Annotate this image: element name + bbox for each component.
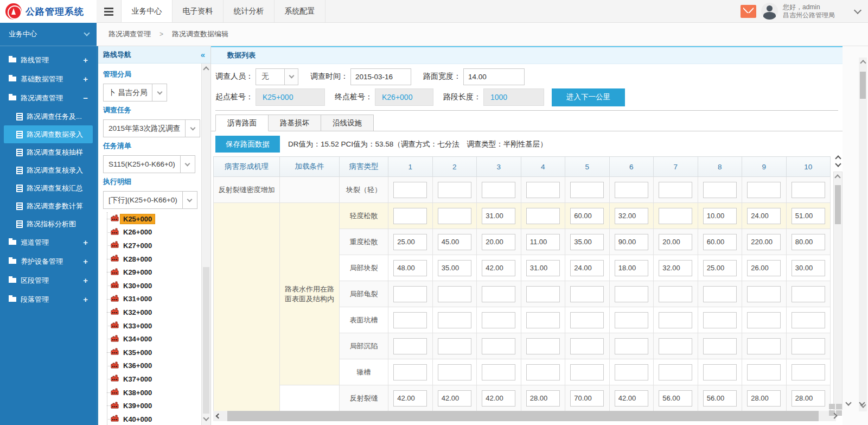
- save-surface-data-button[interactable]: 保存路面数据: [215, 136, 280, 153]
- damage-value-input[interactable]: [570, 182, 604, 198]
- select-管理分局[interactable]: 卜 昌吉分局: [103, 84, 167, 102]
- station-item-K39+000[interactable]: K39+000: [103, 399, 201, 413]
- damage-value-input[interactable]: [393, 338, 427, 354]
- expand-plus-icon[interactable]: +: [83, 238, 88, 247]
- damage-value-input[interactable]: [659, 364, 692, 380]
- station-item-K40+000[interactable]: K40+000: [103, 413, 201, 425]
- topnav-item-系统配置[interactable]: 系统配置: [275, 0, 326, 22]
- damage-value-input[interactable]: [438, 364, 471, 380]
- sidebar-item-路况调查任务及...[interactable]: 路况调查任务及...: [4, 107, 93, 125]
- damage-value-input[interactable]: [482, 208, 515, 224]
- sidebar-group-路况调查管理[interactable]: 路况调查管理−: [0, 88, 97, 107]
- damage-value-input[interactable]: [482, 390, 515, 407]
- page-scrollbar[interactable]: [859, 58, 867, 411]
- damage-value-input[interactable]: [792, 234, 825, 250]
- menu-toggle-icon[interactable]: [97, 0, 122, 23]
- chevron-down-icon[interactable]: [182, 192, 197, 208]
- scroll-up-icon[interactable]: [203, 66, 209, 72]
- sidebar-group-巡道管理[interactable]: 巡道管理+: [0, 233, 97, 252]
- damage-value-input[interactable]: [659, 390, 692, 407]
- damage-value-input[interactable]: [438, 260, 471, 276]
- damage-value-input[interactable]: [703, 312, 737, 328]
- damage-value-input[interactable]: [482, 338, 515, 354]
- damage-value-input[interactable]: [615, 338, 648, 354]
- scroll-down-icon[interactable]: [860, 401, 864, 405]
- station-item-K25+000[interactable]: K25+000: [103, 212, 201, 226]
- station-item-K29+000[interactable]: K29+000: [103, 265, 201, 279]
- expand-plus-icon[interactable]: +: [83, 276, 88, 285]
- select-调查任务[interactable]: 2015年第3次路况调查: [103, 119, 200, 137]
- damage-value-input[interactable]: [792, 312, 825, 328]
- damage-value-input[interactable]: [615, 364, 648, 380]
- station-item-K35+000[interactable]: K35+000: [103, 346, 201, 359]
- road-width-input[interactable]: [463, 68, 525, 85]
- damage-value-input[interactable]: [659, 234, 692, 250]
- damage-value-input[interactable]: [570, 338, 604, 354]
- station-item-K37+000[interactable]: K37+000: [103, 372, 201, 386]
- damage-value-input[interactable]: [526, 286, 560, 302]
- scroll-down-icon[interactable]: [846, 401, 851, 405]
- sidebar-item-路况调查复核抽样[interactable]: 路况调查复核抽样: [4, 143, 93, 161]
- breadcrumb-parent[interactable]: 路况调查管理: [108, 29, 151, 39]
- topnav-item-业务中心[interactable]: 业务中心: [122, 0, 173, 22]
- damage-value-input[interactable]: [792, 390, 825, 407]
- scroll-right-icon[interactable]: [832, 414, 837, 418]
- damage-value-input[interactable]: [703, 182, 737, 198]
- damage-value-input[interactable]: [703, 286, 737, 302]
- damage-value-input[interactable]: [438, 208, 471, 224]
- station-item-K36+000[interactable]: K36+000: [103, 359, 201, 373]
- expand-plus-icon[interactable]: +: [83, 55, 88, 65]
- damage-value-input[interactable]: [703, 234, 737, 250]
- damage-value-input[interactable]: [570, 312, 604, 328]
- sidebar-group-段落管理[interactable]: 段落管理+: [0, 290, 97, 309]
- expand-plus-icon[interactable]: +: [83, 295, 88, 304]
- damage-value-input[interactable]: [438, 312, 471, 328]
- damage-value-input[interactable]: [570, 234, 604, 250]
- damage-value-input[interactable]: [482, 312, 515, 328]
- user-menu-chevron-icon[interactable]: [854, 6, 861, 14]
- damage-value-input[interactable]: [438, 234, 471, 250]
- table-vscroll-track[interactable]: [833, 172, 843, 410]
- station-item-K31+000[interactable]: K31+000: [103, 293, 201, 306]
- damage-value-input[interactable]: [747, 286, 781, 302]
- damage-value-input[interactable]: [526, 338, 560, 354]
- damage-value-input[interactable]: [615, 390, 648, 407]
- sidebar-group-基础数据管理[interactable]: 基础数据管理+: [0, 69, 97, 88]
- damage-value-input[interactable]: [482, 260, 515, 276]
- collapse-minus-icon[interactable]: −: [83, 93, 88, 103]
- damage-value-input[interactable]: [615, 182, 648, 198]
- damage-value-input[interactable]: [393, 286, 427, 302]
- damage-value-input[interactable]: [747, 312, 781, 328]
- avatar[interactable]: [761, 3, 778, 20]
- scrollbar-thumb[interactable]: [227, 411, 819, 421]
- station-item-K32+000[interactable]: K32+000: [103, 306, 201, 319]
- damage-value-input[interactable]: [482, 364, 515, 380]
- damage-value-input[interactable]: [570, 286, 604, 302]
- expand-plus-icon[interactable]: +: [83, 74, 88, 84]
- scrollbar-thumb[interactable]: [835, 185, 841, 224]
- scroll-left-icon[interactable]: [213, 412, 222, 420]
- scrollbar-thumb[interactable]: [860, 72, 866, 99]
- damage-value-input[interactable]: [747, 364, 781, 380]
- topnav-item-电子资料[interactable]: 电子资料: [173, 0, 224, 22]
- station-item-K34+000[interactable]: K34+000: [103, 332, 201, 346]
- sidebar-header[interactable]: 业务中心: [0, 23, 97, 46]
- damage-value-input[interactable]: [393, 260, 427, 276]
- damage-value-input[interactable]: [747, 234, 781, 250]
- topnav-item-统计分析[interactable]: 统计分析: [224, 0, 275, 22]
- damage-value-input[interactable]: [659, 260, 692, 276]
- damage-value-input[interactable]: [792, 182, 825, 198]
- station-item-K28+000[interactable]: K28+000: [103, 252, 201, 266]
- damage-value-input[interactable]: [792, 338, 825, 354]
- station-item-K38+000[interactable]: K38+000: [103, 386, 201, 399]
- damage-value-input[interactable]: [393, 182, 427, 198]
- damage-value-input[interactable]: [792, 364, 825, 380]
- row-stepper[interactable]: [833, 150, 843, 170]
- damage-value-input[interactable]: [526, 364, 560, 380]
- damage-value-input[interactable]: [526, 182, 560, 198]
- damage-value-input[interactable]: [438, 286, 471, 302]
- sidebar-group-区段管理[interactable]: 区段管理+: [0, 271, 97, 290]
- damage-value-input[interactable]: [526, 260, 560, 276]
- station-item-K26+000[interactable]: K26+000: [103, 226, 201, 239]
- damage-value-input[interactable]: [747, 208, 781, 224]
